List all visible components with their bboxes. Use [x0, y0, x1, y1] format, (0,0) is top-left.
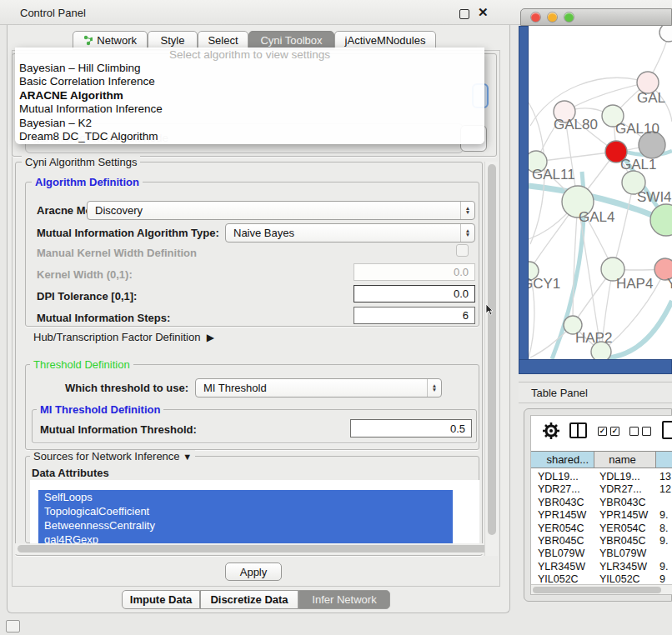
checkbox-unchecked-icon[interactable]: [629, 427, 639, 436]
which-threshold-select[interactable]: MI Threshold ▲▼: [195, 378, 442, 398]
table-row[interactable]: YER054CYER054C8.: [531, 522, 672, 535]
attribute-list-item[interactable]: SelfLoops: [38, 490, 453, 504]
table-cell: YLR345W: [594, 561, 656, 573]
which-threshold-value: MI Threshold: [203, 382, 267, 394]
node-label: GAL: [637, 90, 665, 106]
network-icon: [83, 35, 93, 46]
minimize-window-icon[interactable]: [548, 12, 557, 22]
close-panel-icon[interactable]: ✕: [478, 5, 489, 20]
float-panel-icon[interactable]: [459, 9, 469, 19]
node-label: GCY1: [529, 276, 560, 292]
table-row[interactable]: YDR27...YDR27...12: [531, 483, 672, 496]
zoom-window-icon[interactable]: [564, 12, 574, 22]
bottom-tab-infer-network[interactable]: Infer Network: [298, 590, 390, 609]
tab-label: Select: [208, 34, 238, 47]
table-cell: YLR345W: [531, 561, 594, 573]
aracne-mode-select[interactable]: Discovery ▲▼: [87, 201, 475, 220]
table-cell: YDR27...: [594, 483, 656, 496]
dropdown-item[interactable]: Mutual Information Inference: [15, 102, 484, 116]
table-cell: [656, 497, 672, 509]
network-frame-bottom: [519, 359, 672, 374]
dropdown-item[interactable]: Bayesian – K2: [15, 117, 484, 130]
checkbox-unchecked-icon[interactable]: [642, 427, 651, 436]
panel-title: Control Panel: [20, 7, 86, 19]
dropdown-item[interactable]: Basic Correlation Inference: [15, 75, 484, 88]
hub-definition-label: Hub/Transcription Factor Definition: [33, 331, 200, 343]
hub-definition-toggle[interactable]: Hub/Transcription Factor Definition ▶: [33, 331, 214, 343]
node-label: GAL4: [579, 209, 614, 225]
network-edge[interactable]: [613, 182, 634, 269]
table-row[interactable]: YBL079WYBL079W: [531, 548, 672, 560]
node-label: HAP4: [616, 276, 653, 292]
table-cell: YBL079W: [531, 548, 594, 560]
table-hscrollbar[interactable]: [531, 584, 672, 594]
minimized-panel-icon[interactable]: [6, 620, 20, 632]
network-frame-left: [519, 26, 529, 374]
column-header-name[interactable]: name: [594, 451, 656, 468]
sources-legend-label: Sources for Network Inference: [33, 450, 180, 462]
table-cell: YDL19...: [594, 471, 656, 483]
attribute-list-item[interactable]: BetweennessCentrality: [38, 518, 453, 532]
network-node[interactable]: [650, 204, 672, 236]
gear-icon[interactable]: [541, 421, 561, 441]
manual-kernel-checkbox[interactable]: [456, 244, 469, 257]
node-label: HAP2: [575, 330, 612, 346]
table-cell: YBR045C: [594, 535, 656, 548]
attribute-list-item[interactable]: gal4RGexp: [38, 532, 453, 543]
network-window-titlebar[interactable]: [520, 8, 672, 26]
mi-threshold-legend: MI Threshold Definition: [37, 403, 163, 416]
network-node[interactable]: [659, 26, 672, 42]
split-columns-icon[interactable]: [569, 422, 587, 438]
table-cell: YBR045C: [531, 535, 594, 548]
dropdown-prompt: Select algorithm to view settings: [15, 48, 484, 62]
table-cell: 13: [656, 471, 672, 483]
sources-legend-toggle[interactable]: Sources for Network Inference ▼: [30, 450, 195, 462]
checkbox-checked-icon[interactable]: ✓: [598, 427, 607, 436]
table-header: shared...name: [531, 451, 672, 468]
dpi-tolerance-field[interactable]: 0.0: [354, 285, 475, 302]
mi-type-label: Mutual Information Algorithm Type:: [37, 227, 219, 239]
panel-partial-icon[interactable]: [662, 421, 672, 439]
mi-steps-field[interactable]: 6: [354, 307, 475, 324]
combo-stepper-icon: ▲▼: [427, 379, 441, 397]
settings-hscrollbar[interactable]: [15, 543, 494, 554]
checkbox-checked-icon[interactable]: ✓: [610, 427, 619, 436]
settings-vscrollbar[interactable]: [484, 162, 498, 556]
node-label: GAL80: [554, 117, 598, 132]
dropdown-item[interactable]: Dream8 DC_TDC Algorithm: [15, 130, 484, 143]
tab-label: Network: [97, 34, 137, 47]
table-row[interactable]: YBR043CYBR043C: [531, 497, 672, 509]
mi-type-select[interactable]: Naive Bayes ▲▼: [225, 223, 475, 242]
dpi-tolerance-label: DPI Tolerance [0,1]:: [37, 290, 137, 302]
bottom-tab-impute-data[interactable]: Impute Data: [122, 590, 200, 609]
chevron-right-icon: ▶: [207, 332, 214, 343]
mi-threshold-field[interactable]: 0.5: [350, 419, 472, 438]
which-threshold-label: Which threshold to use:: [65, 382, 188, 394]
table-row[interactable]: YDL19...YDL19...13: [531, 471, 672, 483]
kernel-width-field[interactable]: 0.0: [354, 263, 475, 281]
table-panel-inner: ✓ ✓ shared...name YDL19...YDL19...13YDR2…: [530, 415, 672, 595]
table-cell: 8.: [656, 522, 672, 535]
column-header[interactable]: [656, 451, 672, 468]
aracne-mode-value: Discovery: [95, 204, 143, 217]
bottom-tab-discretize-data[interactable]: Discretize Data: [200, 590, 298, 609]
table-cell: YDL19...: [531, 471, 594, 483]
dropdown-item[interactable]: ARACNE Algorithm: [15, 89, 484, 102]
table-cell: 9.: [656, 561, 672, 573]
table-row[interactable]: YPR145WYPR145W9.: [531, 509, 672, 522]
node-label: GAL10: [615, 121, 659, 137]
dropdown-item[interactable]: Bayesian – Hill Climbing: [15, 62, 484, 75]
table-cell: 12: [656, 483, 672, 496]
table-row[interactable]: YLR345WYLR345W9.: [531, 561, 672, 573]
network-canvas[interactable]: GALGAL80GAL10GAL1GAL11SWI4GAL4GCY1HAP4YH…: [529, 26, 672, 359]
attribute-list-item[interactable]: TopologicalCoefficient: [38, 504, 453, 518]
network-edge[interactable]: [536, 152, 616, 162]
table-row[interactable]: YBR045CYBR045C9.: [531, 535, 672, 548]
column-header-shared[interactable]: shared...: [531, 451, 594, 468]
dropdown-item-list: Bayesian – Hill ClimbingBasic Correlatio…: [15, 62, 484, 143]
chevron-down-icon: ▼: [183, 452, 192, 462]
close-window-icon[interactable]: [531, 12, 540, 22]
table-cell: 9.: [656, 509, 672, 522]
table-cell: YPR145W: [594, 509, 656, 522]
apply-button[interactable]: Apply: [225, 562, 282, 581]
